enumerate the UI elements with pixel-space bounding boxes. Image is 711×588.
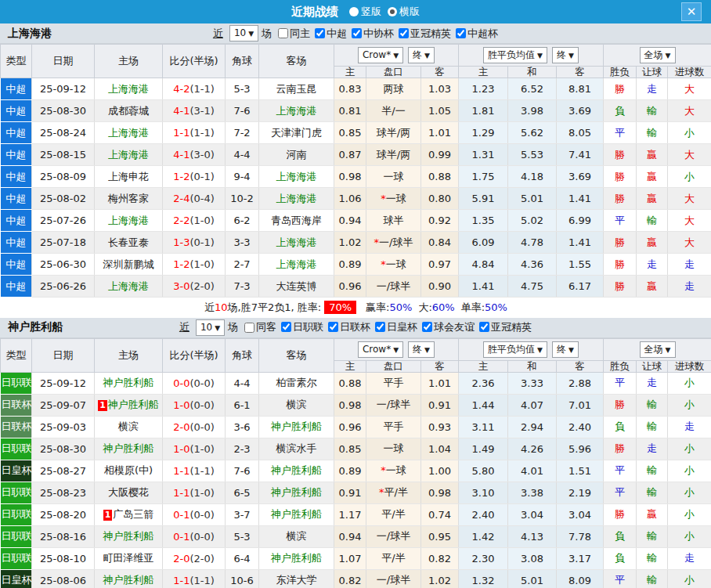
league-checkbox[interactable] (399, 28, 409, 38)
chevron-down-icon: ▼ (537, 52, 543, 60)
league-type-badge: 日皇杯 (1, 460, 32, 482)
league-type-badge: 日皇杯 (1, 569, 32, 588)
halftime-score: (2-0) (189, 553, 214, 565)
corner-score: 3-7 (226, 503, 259, 525)
odds-final-select[interactable]: 终▼ (408, 341, 435, 358)
fulltime-score: 0-1 (173, 531, 189, 543)
radio-label: 横版 (399, 5, 420, 19)
odds-home: 0.85 (334, 438, 366, 460)
result-wdl: 平 (604, 482, 637, 503)
recent-count-link[interactable]: 近 (213, 27, 223, 41)
result-goals: 小 (668, 438, 711, 460)
odds-source-select[interactable]: Crow*▼ (358, 47, 403, 63)
league-checkbox[interactable] (328, 322, 338, 332)
chevron-down-icon: ▼ (666, 52, 671, 60)
summary-stat-label: 大: (418, 301, 431, 313)
mean-home: 1.44 (459, 394, 508, 416)
league-checkbox[interactable] (281, 322, 291, 332)
league-checkbox[interactable] (422, 322, 432, 332)
league-type-badge: 日职联 (1, 372, 32, 394)
fulltime-score: 1-0 (173, 399, 189, 411)
mean-draw: 3.08 (508, 547, 557, 569)
corner-score: 10-2 (226, 188, 259, 210)
away-team-name: 横滨水手 (276, 442, 317, 454)
league-label: 亚冠精英 (410, 27, 451, 39)
layout-radio-horizontal[interactable]: 横版 (388, 5, 420, 19)
league-checkbox[interactable] (375, 322, 385, 332)
odds-away: 0.91 (421, 394, 459, 416)
fulltime-score: 0-1 (173, 509, 189, 521)
result-handicap: 贏 (637, 232, 668, 254)
away-team-name: 东洋大学 (276, 574, 317, 586)
layout-radio-vertical[interactable]: 竖版 (349, 5, 381, 19)
fulltime-score: 2-0 (173, 553, 189, 565)
handicap-text: 球半 (384, 215, 404, 226)
close-icon[interactable]: ✕ (681, 2, 702, 21)
column-header: 类型 (1, 338, 32, 372)
match-date: 25-08-10 (32, 547, 95, 569)
result-goals: 小 (668, 394, 711, 416)
table-row: 中超25-09-12上海海港4-2(1-1)5-3云南玉昆0.83两球1.031… (1, 78, 711, 100)
same-venue-checkbox[interactable] (244, 323, 254, 333)
radio-label: 竖版 (361, 5, 381, 19)
same-venue-checkbox[interactable] (278, 28, 288, 38)
halftime-score: (0-0) (189, 377, 214, 389)
away-team: 神户胜利船 (259, 460, 334, 482)
fulltime-score: 1-1 (173, 575, 189, 586)
table-row: 日皇杯25-08-27相模原(中)1-1(1-1)7-6神户胜利船0.89*一球… (1, 460, 711, 482)
scope-select[interactable]: 全场▼ (640, 341, 676, 358)
handicap-line: 两球 (366, 78, 421, 100)
radio-icon (388, 7, 397, 16)
odds-group-header: Crow*▼终▼ (334, 45, 459, 67)
away-team: 神户胜利船 (259, 547, 334, 569)
odds-away: 1.05 (421, 100, 459, 122)
league-checkbox[interactable] (315, 28, 325, 38)
league-checkbox[interactable] (479, 322, 489, 332)
odds-home: 1.06 (334, 188, 366, 210)
mean-draw: 3.04 (508, 503, 557, 525)
games-count-select[interactable]: 10▼ (196, 319, 225, 336)
fulltime-score: 1-1 (173, 127, 189, 139)
mean-final-select[interactable]: 终▼ (552, 47, 579, 63)
score: 1-1(1-1) (163, 569, 226, 588)
home-team: 神户胜利船 (95, 372, 163, 394)
result-handicap: 贏 (637, 144, 668, 166)
recent-count-link[interactable]: 近 (179, 320, 189, 334)
table-row: 中超25-07-18长春亚泰1-3(0-1)3-3上海海港1.02*一/球半0.… (1, 232, 711, 254)
odds-home: 0.83 (334, 78, 366, 100)
sub-column-header: 客 (421, 67, 459, 78)
handicap-line: 一/球半 (366, 569, 421, 588)
home-team: 长春亚泰 (95, 232, 163, 254)
odds-away: 1.00 (421, 460, 459, 482)
home-team-name: 相模原(中) (104, 464, 153, 476)
odds-source-select[interactable]: Crow*▼ (358, 341, 403, 358)
away-team: 神户胜利船 (259, 416, 334, 438)
home-team-name: 上海海港 (108, 280, 149, 292)
sub-column-header: 进球数 (668, 67, 711, 78)
result-handicap: 輸 (637, 122, 668, 144)
league-type-badge: 日职联 (1, 482, 32, 503)
league-type-badge: 日职联 (1, 525, 32, 547)
mean-draw: 4.01 (508, 460, 557, 482)
result-wdl: 勝 (604, 78, 637, 100)
mean-away: 1.41 (557, 232, 604, 254)
handicap-text: 一球 (386, 258, 406, 270)
odds-home: 0.87 (334, 144, 366, 166)
mean-odds-select[interactable]: 胜平负均值▼ (483, 47, 547, 63)
league-checkbox[interactable] (456, 28, 466, 38)
summary-count: 10 (215, 301, 228, 313)
mean-final-select[interactable]: 终▼ (552, 341, 579, 358)
scope-select[interactable]: 全场▼ (640, 47, 676, 63)
sub-column-header: 客 (557, 67, 604, 78)
panel-title: 近期战绩 (291, 5, 338, 20)
league-checkbox[interactable] (352, 28, 362, 38)
score: 1-3(0-1) (163, 232, 226, 254)
score: 1-0(1-0) (163, 438, 226, 460)
rank-badge: 1 (98, 400, 107, 411)
games-count-select[interactable]: 10▼ (229, 25, 258, 41)
odds-final-select[interactable]: 终▼ (408, 47, 435, 63)
odds-away: 0.97 (421, 254, 459, 276)
halftime-score: (3-1) (189, 105, 214, 117)
mean-odds-select[interactable]: 胜平负均值▼ (483, 341, 547, 358)
away-team-name: 横滨 (287, 399, 307, 410)
